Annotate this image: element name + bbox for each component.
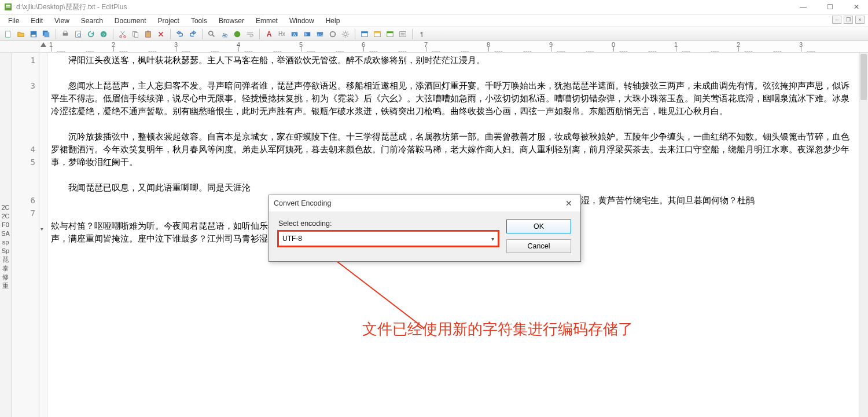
svg-rect-3 bbox=[6, 31, 10, 37]
svg-rect-9 bbox=[64, 31, 67, 33]
print-icon[interactable] bbox=[60, 28, 71, 40]
svg-text:¶: ¶ bbox=[420, 30, 424, 37]
window-maximize[interactable]: ☐ bbox=[822, 3, 838, 11]
text-line[interactable]: 浔阳江头夜送客，枫叶荻花秋瑟瑟。主人下马客在船，举酒欲饮无管弦。醉不成欢惨将别，… bbox=[51, 54, 855, 67]
svg-point-22 bbox=[234, 31, 241, 37]
window-minimize[interactable]: — bbox=[795, 3, 811, 11]
svg-text:A͟b: A͟b bbox=[222, 32, 228, 37]
window-title: d:\xjliu\Desktop\琵琶行.txt - EditPlus bbox=[16, 2, 795, 12]
svg-text:W: W bbox=[293, 32, 297, 36]
menu-view[interactable]: View bbox=[50, 16, 74, 26]
mdi-close[interactable]: × bbox=[855, 16, 865, 24]
text-line[interactable]: 忽闻水上琵琶声，主人忘归客不发。寻声暗问弹者谁，琵琶声停欲语迟。移船相近邀相见，… bbox=[51, 79, 855, 118]
settings-icon[interactable] bbox=[340, 28, 351, 40]
redo-icon[interactable] bbox=[187, 28, 198, 40]
directory-icon[interactable] bbox=[397, 28, 409, 40]
ruler: ----1--------2--------3--------4--------… bbox=[39, 41, 868, 53]
paste-icon[interactable] bbox=[142, 28, 154, 40]
encoding-combobox[interactable]: UTF-8 ▾ bbox=[278, 231, 498, 246]
dialog-title: Convert Encoding bbox=[274, 199, 331, 207]
highlight-icon[interactable]: W bbox=[289, 28, 300, 40]
svg-rect-35 bbox=[387, 31, 393, 33]
menu-window[interactable]: Window bbox=[285, 16, 319, 26]
window-close[interactable]: ✕ bbox=[848, 3, 865, 11]
menu-tools[interactable]: Tools bbox=[186, 16, 212, 26]
select-encoding-label: Select encoding: bbox=[278, 220, 498, 228]
mdi-restore[interactable]: ❐ bbox=[844, 16, 853, 24]
svg-rect-1 bbox=[6, 5, 10, 6]
fold-column: ▸ bbox=[39, 53, 47, 417]
svg-point-28 bbox=[330, 31, 336, 36]
dialog-close-icon[interactable]: ✕ bbox=[562, 199, 576, 208]
vertical-scrollbar[interactable] bbox=[859, 53, 868, 417]
menu-browser[interactable]: Browser bbox=[214, 16, 249, 26]
menu-search[interactable]: Search bbox=[76, 16, 108, 26]
window3-icon[interactable] bbox=[384, 28, 396, 40]
help-icon[interactable]: ? bbox=[98, 28, 109, 40]
svg-rect-7 bbox=[45, 32, 50, 37]
wordwrap-icon[interactable] bbox=[244, 28, 256, 40]
terminal-icon[interactable]: ¶ bbox=[416, 28, 428, 40]
find-in-files-icon[interactable]: A͟b bbox=[219, 28, 230, 40]
save-icon[interactable] bbox=[28, 28, 39, 40]
toolbar: ? A͟b A Hx W AB CD ¶ bbox=[0, 27, 868, 41]
menu-edit[interactable]: Edit bbox=[26, 16, 47, 26]
columns-icon[interactable]: AB CD bbox=[314, 28, 326, 40]
cut-icon[interactable] bbox=[117, 28, 128, 40]
convert-encoding-dialog: Convert Encoding ✕ Select encoding: UTF-… bbox=[269, 195, 581, 262]
svg-rect-31 bbox=[362, 31, 368, 33]
app-icon bbox=[3, 2, 13, 12]
reload-icon[interactable] bbox=[85, 28, 97, 40]
window1-icon[interactable] bbox=[359, 28, 370, 40]
ok-button[interactable]: OK bbox=[506, 220, 571, 233]
annotation-text: 文件已经使用新的字符集进行编码存储了 bbox=[362, 323, 633, 335]
find-icon[interactable] bbox=[206, 28, 218, 40]
svg-rect-2 bbox=[6, 6, 10, 8]
svg-rect-5 bbox=[32, 34, 36, 36]
svg-point-20 bbox=[209, 31, 213, 35]
svg-rect-19 bbox=[147, 30, 149, 32]
delete-icon[interactable] bbox=[155, 28, 167, 40]
hex-mode-icon[interactable]: Hx bbox=[276, 28, 288, 40]
font-size-icon[interactable]: A bbox=[263, 28, 275, 40]
svg-rect-18 bbox=[146, 31, 151, 37]
menu-bar: File Edit View Search Document Project T… bbox=[0, 14, 868, 27]
mdi-minimize[interactable]: – bbox=[832, 16, 841, 24]
undo-icon[interactable] bbox=[174, 28, 186, 40]
window2-icon[interactable] bbox=[372, 28, 383, 40]
menu-emmet[interactable]: Emmet bbox=[251, 16, 282, 26]
chevron-down-icon: ▾ bbox=[491, 236, 494, 242]
spellcheck-icon[interactable] bbox=[327, 28, 339, 40]
menu-help[interactable]: Help bbox=[321, 16, 345, 26]
menu-project[interactable]: Project bbox=[153, 16, 184, 26]
print-preview-icon[interactable] bbox=[72, 28, 84, 40]
text-line[interactable]: 我闻琵琶已叹息，又闻此语重唧唧。同是天涯沦 bbox=[51, 181, 251, 194]
svg-rect-33 bbox=[374, 31, 381, 33]
save-all-icon[interactable] bbox=[41, 28, 52, 40]
svg-text:?: ? bbox=[102, 32, 105, 37]
browser-icon[interactable] bbox=[231, 28, 243, 40]
svg-text:AB CD: AB CD bbox=[316, 32, 324, 36]
copy-icon[interactable] bbox=[130, 28, 141, 40]
open-file-icon[interactable] bbox=[15, 28, 27, 40]
svg-point-29 bbox=[344, 32, 347, 35]
text-line[interactable]: 沉吟放拨插弦中，整顿衣裳起敛容。自言本是京城女，家在虾蟆陵下住。十三学得琵琶成，… bbox=[51, 130, 855, 169]
cancel-button[interactable]: Cancel bbox=[506, 239, 571, 253]
indent-guide-icon[interactable] bbox=[301, 28, 313, 40]
line-number-gutter: 1 3 4 5 6 7 bbox=[12, 53, 39, 417]
menu-file[interactable]: File bbox=[3, 16, 24, 26]
new-file-icon[interactable] bbox=[2, 28, 14, 40]
svg-rect-17 bbox=[134, 32, 138, 37]
menu-document[interactable]: Document bbox=[110, 16, 151, 26]
encoding-value: UTF-8 bbox=[282, 235, 302, 243]
side-file-tabs[interactable]: 2C2CF0SAspSp琵泰修重 bbox=[0, 53, 12, 417]
